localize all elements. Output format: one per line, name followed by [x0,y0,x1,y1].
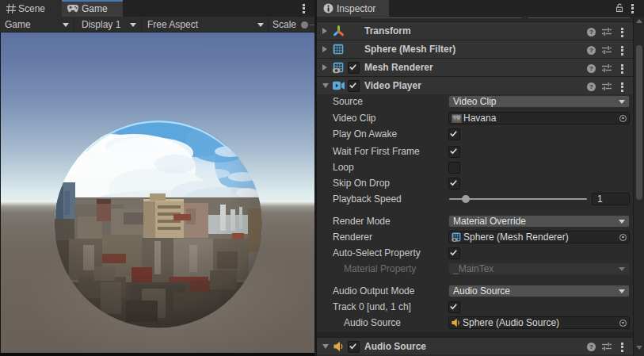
svg-text:?: ? [589,47,593,54]
svg-text:?: ? [589,29,593,36]
svg-text:?: ? [589,83,593,90]
svg-text:?: ? [589,343,593,350]
svg-text:?: ? [589,65,593,72]
